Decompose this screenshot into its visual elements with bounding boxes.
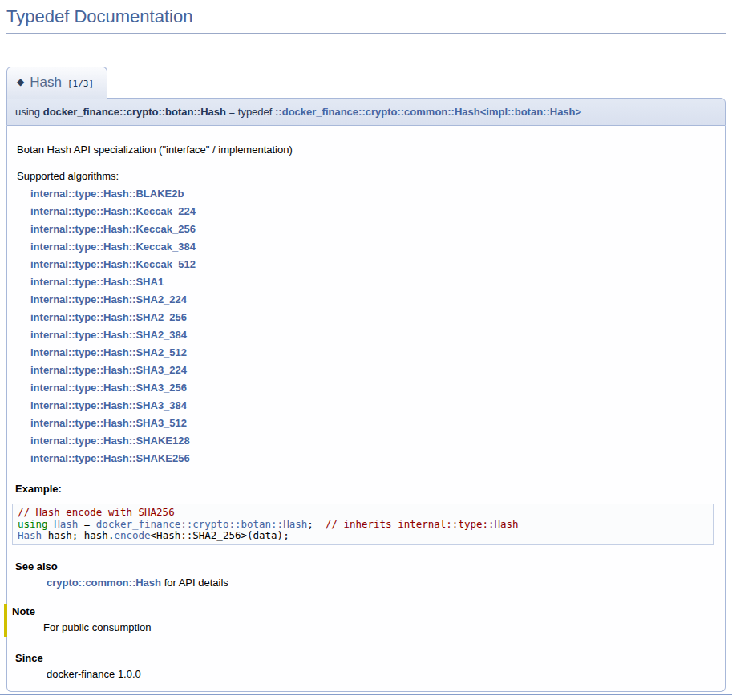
example-section: Example: [15, 483, 717, 495]
member-prototype: using docker_finance::crypto::botan::Has… [6, 98, 726, 126]
algorithm-link[interactable]: internal::type::Hash::SHA3_224 [30, 362, 717, 379]
algorithm-link[interactable]: internal::type::Hash::Keccak_384 [30, 238, 717, 256]
algorithm-link[interactable]: internal::type::Hash::SHA3_512 [30, 415, 717, 432]
code-line-2: using Hash = docker_finance::crypto::bot… [18, 519, 708, 531]
member-documentation: Botan Hash API specialization ("interfac… [6, 126, 726, 692]
see-also-content: crypto::common::Hash for API details [47, 577, 717, 589]
proto-equals-typedef: = typedef [226, 106, 275, 118]
code-line-3: Hash hash; hash.encode<Hash::SHA2_256>(d… [18, 530, 708, 542]
algorithm-link[interactable]: internal::type::Hash::Keccak_512 [30, 256, 717, 273]
member-tab: ◆Hash[1/3] [6, 67, 107, 99]
supported-algorithms-label: Supported algorithms: [17, 170, 119, 182]
proto-typedef-name: docker_finance::crypto::botan::Hash [43, 106, 226, 118]
algorithm-link[interactable]: internal::type::Hash::SHA2_224 [30, 291, 717, 309]
see-also-text: for API details [161, 577, 228, 589]
code-text: = [78, 518, 96, 530]
see-also-label: See also [15, 560, 717, 573]
example-label: Example: [15, 483, 717, 495]
algorithm-link[interactable]: internal::type::Hash::Keccak_256 [30, 221, 717, 238]
code-link-hash[interactable]: Hash [18, 529, 42, 541]
code-text: <Hash::SHA2_256>(data); [151, 529, 289, 541]
algorithm-link[interactable]: internal::type::Hash::SHA3_384 [30, 397, 717, 415]
note-section: Note For public consumption [4, 604, 717, 637]
algorithm-link[interactable]: internal::type::Hash::SHAKE256 [30, 450, 717, 467]
code-link-botan-hash[interactable]: docker_finance::crypto::botan::Hash [96, 518, 307, 530]
code-text: hash; hash. [42, 529, 114, 541]
proto-target-type-link[interactable]: ::docker_finance::crypto::common::Hash<i… [275, 106, 581, 118]
see-also-link[interactable]: crypto::common::Hash [47, 577, 161, 589]
permalink-anchor-icon[interactable]: ◆ [17, 76, 24, 87]
algorithm-list: internal::type::Hash::BLAKE2binternal::t… [17, 185, 717, 467]
algorithm-link[interactable]: internal::type::Hash::SHA2_384 [30, 326, 717, 344]
algorithm-link[interactable]: internal::type::Hash::SHAKE128 [30, 432, 717, 450]
algorithm-link[interactable]: internal::type::Hash::SHA1 [30, 273, 717, 291]
since-label: Since [15, 652, 717, 664]
typedef-documentation-section: Typedef Documentation ◆Hash[1/3] using d… [6, 6, 726, 692]
code-link-hash[interactable]: Hash [54, 518, 78, 530]
code-comment: // inherits internal::type::Hash [326, 518, 519, 530]
page-title: Typedef Documentation [6, 6, 726, 34]
algorithm-link[interactable]: internal::type::Hash::SHA2_256 [30, 309, 717, 326]
code-text: ; [307, 518, 326, 530]
see-also-section: See also crypto::common::Hash for API de… [15, 560, 717, 589]
member-title: Hash [30, 75, 62, 90]
bottom-divider [0, 694, 732, 695]
code-fragment: // Hash encode with SHA256 using Hash = … [12, 504, 714, 545]
code-keyword-using: using [18, 518, 54, 530]
since-content: docker-finance 1.0.0 [47, 668, 717, 680]
supported-algorithms-block: Supported algorithms: internal::type::Ha… [17, 168, 717, 467]
algorithm-link[interactable]: internal::type::Hash::SHA3_256 [30, 379, 717, 397]
algorithm-link[interactable]: internal::type::Hash::BLAKE2b [30, 185, 717, 203]
member-overload-badge: [1/3] [67, 79, 94, 89]
code-link-encode[interactable]: encode [114, 529, 150, 541]
code-line-1: // Hash encode with SHA256 [18, 507, 708, 519]
note-label: Note [12, 605, 717, 617]
algorithm-link[interactable]: internal::type::Hash::SHA2_512 [30, 344, 717, 362]
doc-intro-text: Botan Hash API specialization ("interfac… [17, 144, 717, 156]
proto-using-keyword: using [15, 106, 43, 118]
code-comment: // Hash encode with SHA256 [18, 506, 175, 518]
since-section: Since docker-finance 1.0.0 [15, 652, 717, 680]
note-content: For public consumption [43, 621, 717, 633]
algorithm-link[interactable]: internal::type::Hash::Keccak_224 [30, 203, 717, 221]
member-item-hash: ◆Hash[1/3] using docker_finance::crypto:… [6, 34, 726, 692]
